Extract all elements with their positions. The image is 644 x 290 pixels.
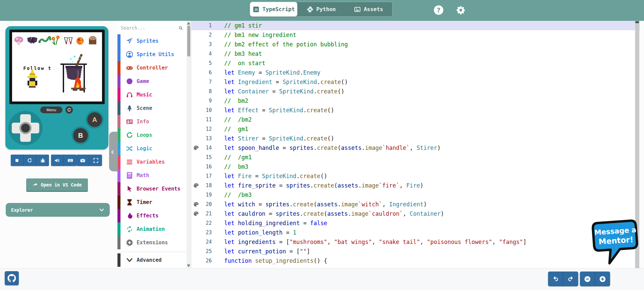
sim-button-a[interactable]: A (86, 111, 104, 129)
toolbox-item-logic[interactable]: Logic (117, 142, 187, 155)
code-editor[interactable]: 1// gm1 stir2// bm1 new ingredient3// bm… (191, 21, 639, 268)
search-icon (179, 25, 183, 31)
volume-icon (54, 158, 60, 163)
simulator-collapse-handle[interactable] (109, 132, 118, 171)
toolbox-item-extensions[interactable]: Extensions (117, 236, 187, 249)
code-line-25[interactable]: 25let current_potion = [""] (191, 247, 640, 256)
zoom-out-button[interactable] (580, 272, 595, 286)
code-line-5[interactable]: 5// on start (191, 58, 640, 68)
code-line-11[interactable]: 11// /bm2 (191, 115, 640, 124)
sim-restart-button[interactable] (23, 155, 36, 166)
sim-debug-button[interactable] (36, 155, 49, 166)
category-color-strip (117, 88, 120, 101)
open-vscode-label: Open in VS Code (41, 182, 82, 188)
toolbox-item-browser-events[interactable]: Browser Events (117, 182, 187, 196)
search-input[interactable] (121, 25, 179, 31)
toolbox-item-label: Controller (137, 65, 168, 71)
game-screen-art: Follow t (12, 32, 102, 101)
toolbox-item-sprites[interactable]: Sprites (117, 34, 187, 48)
scrollbar-thumb[interactable] (187, 26, 190, 56)
sim-fullscreen-button[interactable] (89, 155, 102, 166)
sim-keyboard-button[interactable] (64, 155, 77, 166)
sim-volume-button[interactable] (51, 155, 64, 166)
sim-refresh-button[interactable] (65, 106, 73, 114)
toolbox-item-label: Sprites (137, 38, 158, 44)
code-line-12[interactable]: 12// gm1 (191, 124, 640, 134)
zoom-in-button[interactable] (595, 272, 610, 286)
category-color-strip (117, 61, 120, 75)
code-line-21[interactable]: 21let cauldron = sprites.create(assets.i… (191, 209, 640, 218)
code-line-22[interactable]: 22let holding_ingredient = false (191, 218, 640, 228)
code-line-6[interactable]: 6let Enemy = SpriteKind.Enemy (191, 68, 640, 77)
tab-python[interactable]: Python (297, 2, 345, 16)
code-line-26[interactable]: 26function setup_ingredients() { (191, 256, 640, 265)
code-text: // bm3 (224, 162, 248, 171)
line-number: 1 (191, 21, 212, 30)
toolbox-scrollbar[interactable] (187, 21, 191, 268)
topbar: JSTypeScriptPythonAssets ? (0, 0, 644, 21)
sim-camera-button[interactable] (77, 155, 89, 166)
scroll-down-arrow[interactable] (187, 264, 190, 267)
toolbox-item-advanced[interactable]: Advanced (117, 253, 187, 267)
toolbox-item-animation[interactable]: Animation (117, 222, 187, 236)
sim-button-b[interactable]: B (71, 126, 90, 144)
category-color-strip (117, 236, 120, 249)
gamepad-icon (126, 64, 133, 72)
debug-icon (40, 158, 46, 163)
explorer-dropdown[interactable]: Explorer (6, 203, 110, 217)
code-line-19[interactable]: 19// /bm3 (191, 190, 640, 200)
code-line-3[interactable]: 3// bm2 effect of the potion bubbling (191, 40, 640, 49)
cursor-icon (126, 185, 133, 193)
toolbox-item-effects[interactable]: Effects (117, 209, 187, 222)
open-vscode-button[interactable]: Open in VS Code (26, 178, 88, 192)
category-color-strip (117, 182, 120, 196)
help-button[interactable]: ? (434, 5, 443, 15)
code-line-18[interactable]: 18let fire_sprite = sprites.create(asset… (191, 181, 640, 190)
tab-assets[interactable]: Assets (345, 2, 392, 16)
code-line-7[interactable]: 7let Ingredient = SpriteKind.create() (191, 77, 640, 87)
code-line-9[interactable]: 9// bm2 (191, 96, 640, 106)
line-number: 4 (191, 49, 212, 58)
line-number: 9 (191, 96, 212, 106)
sim-stop-button[interactable] (11, 155, 23, 166)
dpad-center[interactable] (19, 122, 32, 134)
toolbox-item-variables[interactable]: Variables (117, 155, 187, 169)
code-text: let holding_ingredient = false (224, 218, 327, 228)
category-color-strip (117, 169, 120, 182)
toolbox-item-game[interactable]: Game (117, 75, 187, 88)
hourglass-icon (126, 199, 133, 206)
toolbox-item-math[interactable]: Math (117, 169, 187, 182)
code-line-23[interactable]: 23let potion_length = 1 (191, 228, 640, 237)
toolbox-item-sprite-utils[interactable]: Sprite Utils (117, 48, 187, 61)
code-line-10[interactable]: 10let Effect = SpriteKind.create() (191, 106, 640, 115)
code-line-16[interactable]: 16// bm3 (191, 162, 640, 171)
code-line-8[interactable]: 8let Container = SpriteKind.create() (191, 87, 640, 96)
code-line-4[interactable]: 4// bm3 heat (191, 49, 640, 58)
toolbox-item-timer[interactable]: Timer (117, 196, 187, 209)
code-line-1[interactable]: 1// gm1 stir (191, 21, 640, 30)
speech-bubble-icon: Message a Mentor! (593, 220, 639, 264)
code-line-14[interactable]: 14let spoon_handle = sprites.create(asse… (191, 143, 640, 153)
line-number: 24 (191, 237, 212, 247)
toolbox-item-scene[interactable]: Scene (117, 101, 187, 115)
message-mentor-button[interactable]: Message a Mentor! (592, 218, 640, 265)
toolbox-item-loops[interactable]: Loops (117, 128, 187, 142)
code-line-15[interactable]: 15// /gm1 (191, 153, 640, 162)
code-line-2[interactable]: 2// bm1 new ingredient (191, 30, 640, 40)
github-button[interactable] (5, 271, 19, 285)
sim-dpad[interactable] (8, 111, 43, 145)
code-line-17[interactable]: 17let Fire = SpriteKind.create() (191, 171, 640, 181)
toolbox-item-music[interactable]: Music (117, 88, 187, 101)
undo-button[interactable] (548, 272, 563, 286)
code-line-24[interactable]: 24let ingredients = ["mushrooms", "bat w… (191, 237, 640, 247)
toolbox-item-controller[interactable]: Controller (117, 61, 187, 75)
code-line-13[interactable]: 13let Stirer = SpriteKind.create() (191, 134, 640, 143)
scroll-up-arrow[interactable] (187, 22, 190, 25)
settings-button[interactable] (456, 5, 465, 15)
redo-button[interactable] (563, 272, 578, 286)
tab-typescript[interactable]: JSTypeScript (250, 2, 297, 16)
sim-menu-button[interactable]: Menu (40, 107, 62, 113)
toolbox-item-info[interactable]: Info (117, 115, 187, 128)
code-line-20[interactable]: 20let witch = sprites.create(assets.imag… (191, 200, 640, 209)
code-text: let current_potion = [""] (224, 247, 310, 256)
